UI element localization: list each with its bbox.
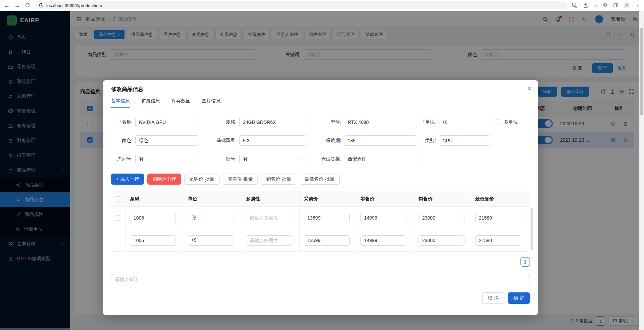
browser-menu-icon[interactable]: ⋮ <box>635 3 640 8</box>
select-all-checkbox[interactable] <box>116 196 121 202</box>
translate-icon[interactable]: 文A <box>572 3 578 8</box>
name-label: *名称: <box>111 119 135 125</box>
multi-unit-checkbox[interactable] <box>496 120 501 125</box>
retail-price-input[interactable] <box>360 213 406 223</box>
row-checkbox[interactable] <box>116 238 121 243</box>
purchase-price-input[interactable] <box>304 235 350 246</box>
category-select[interactable] <box>439 135 490 146</box>
modal-page-number[interactable]: 1 <box>521 257 530 267</box>
extensions-icon[interactable] <box>603 3 608 8</box>
base-weight-label: 基础重量: <box>199 138 239 144</box>
sale-price-input[interactable] <box>418 213 464 223</box>
spec-input[interactable] <box>239 117 306 127</box>
browser-profile-avatar[interactable] <box>624 2 630 9</box>
page-scrollbar[interactable] <box>639 11 644 330</box>
unit-cell-input[interactable] <box>188 213 234 223</box>
side-panel-icon[interactable] <box>613 3 618 8</box>
modal-close-icon[interactable]: × <box>528 85 531 92</box>
chevron-down-icon <box>484 139 487 142</box>
rack-label: 仓位货架: <box>306 156 344 162</box>
barcode-row <box>111 207 530 229</box>
browser-toolbar: ← → localhost:3000/#/product/info 文A ☆ ⋮ <box>0 0 644 11</box>
tab-stock-quantity[interactable]: 库存数量 <box>171 98 190 108</box>
model-label: 型号: <box>306 119 344 125</box>
unit-label: *单位: <box>417 119 439 125</box>
color-label: 颜色: <box>111 138 135 144</box>
rack-input[interactable] <box>344 154 417 164</box>
svg-text:A: A <box>575 6 577 8</box>
barcode-table: 条码 单位 多属性 采购价 零售价 销售价 最低售价 <box>111 191 530 252</box>
tab-image-info[interactable]: 图片信息 <box>202 98 220 108</box>
required-mark: * <box>423 119 425 125</box>
purchase-price-input[interactable] <box>304 213 350 223</box>
edit-product-modal: × 修改商品信息 基本信息 扩展信息 库存数量 图片信息 *名称: 规格: 型号… <box>103 80 538 315</box>
barcode-toolbar: + 插入一行 删除选中行 采购价-批量 零售价-批量 销售价-批量 最低售价-批… <box>111 174 530 185</box>
browser-back-button[interactable]: ← <box>4 3 10 8</box>
delete-selected-button[interactable]: 删除选中行 <box>147 174 181 185</box>
retail-price-input[interactable] <box>360 235 406 246</box>
color-input[interactable] <box>135 135 199 146</box>
bookmark-star-icon[interactable]: ☆ <box>593 3 598 8</box>
barcode-table-header: 条码 单位 多属性 采购价 零售价 销售价 最低售价 <box>111 191 530 207</box>
row-checkbox[interactable] <box>116 215 121 221</box>
multi-attr-input[interactable] <box>246 235 292 246</box>
min-price-batch-button[interactable]: 最低售价-批量 <box>300 174 340 185</box>
address-bar[interactable]: localhost:3000/#/product/info <box>35 1 567 9</box>
required-mark: * <box>119 119 121 125</box>
barcode-row <box>111 229 530 252</box>
spec-label: 规格: <box>199 119 239 125</box>
site-info-icon[interactable] <box>39 3 44 8</box>
batch-label: 批号: <box>199 156 239 162</box>
barcode-input[interactable] <box>130 235 176 246</box>
multi-attr-input[interactable] <box>246 213 292 223</box>
barcode-input[interactable] <box>130 213 176 223</box>
browser-refresh-button[interactable] <box>25 3 30 8</box>
shelf-life-label: 保质期: <box>306 138 344 144</box>
share-icon[interactable] <box>583 3 588 8</box>
unit-input[interactable] <box>439 117 490 127</box>
batch-select[interactable] <box>239 154 306 164</box>
unit-cell-input[interactable] <box>188 235 234 246</box>
min-price-input[interactable] <box>475 213 521 223</box>
chevron-down-icon <box>192 157 196 161</box>
serial-label: 序列号: <box>111 156 135 162</box>
sale-price-input[interactable] <box>418 235 464 246</box>
tab-extended-info[interactable]: 扩展信息 <box>141 98 160 108</box>
min-price-input[interactable] <box>475 235 521 246</box>
tab-basic-info[interactable]: 基本信息 <box>111 98 130 108</box>
purchase-batch-button[interactable]: 采购价-批量 <box>184 174 219 185</box>
chevron-down-icon <box>300 157 303 161</box>
category-label: 类别: <box>417 138 439 144</box>
name-input[interactable] <box>135 117 199 127</box>
retail-batch-button[interactable]: 零售价-批量 <box>223 174 258 185</box>
product-form: *名称: 规格: 型号: *单位: 多单位 颜色: <box>111 117 530 164</box>
table-scrollbar-thumb[interactable] <box>531 208 533 250</box>
cancel-button[interactable]: 取 消 <box>482 292 504 304</box>
sale-batch-button[interactable]: 销售价-批量 <box>261 174 296 185</box>
modal-tabs: 基本信息 扩展信息 库存数量 图片信息 <box>111 98 530 108</box>
shelf-life-input[interactable] <box>344 135 417 146</box>
remark-input[interactable] <box>111 274 530 284</box>
modal-title: 修改商品信息 <box>111 80 530 93</box>
browser-forward-button[interactable]: → <box>14 3 20 8</box>
url-text: localhost:3000/#/product/info <box>46 3 102 8</box>
confirm-button[interactable]: 确 定 <box>508 292 530 304</box>
insert-row-button[interactable]: + 插入一行 <box>111 174 144 185</box>
serial-select[interactable] <box>135 154 199 164</box>
multi-unit-label: 多单位 <box>504 119 518 125</box>
scrollbar-thumb[interactable] <box>640 28 643 115</box>
base-weight-input[interactable] <box>239 135 306 146</box>
model-input[interactable] <box>344 117 417 127</box>
